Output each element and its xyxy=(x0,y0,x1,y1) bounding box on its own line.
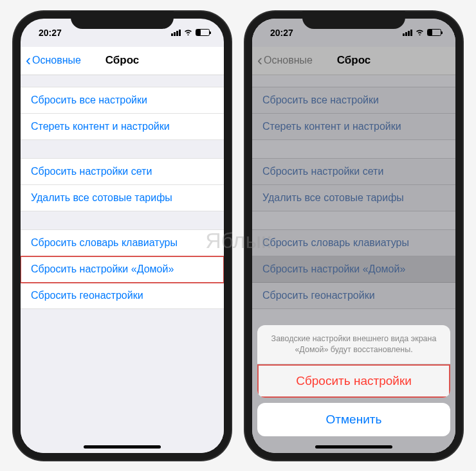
nav-back-label: Основные xyxy=(264,55,313,66)
confirm-reset-button[interactable]: Сбросить настройки xyxy=(257,364,450,398)
action-sheet: Заводские настройки внешнего вида экрана… xyxy=(257,325,450,448)
nav-bar: ‹ Основные Сброс xyxy=(21,47,224,75)
erase-content-settings[interactable]: Стереть контент и настройки xyxy=(21,114,224,140)
nav-title: Сброс xyxy=(105,54,140,67)
delete-cellular-plans: Удалить все сотовые тарифы xyxy=(252,185,455,211)
reset-home-layout[interactable]: Сбросить настройки «Домой» xyxy=(21,256,224,283)
home-indicator xyxy=(84,445,161,449)
phone-right: 20:27 ‹ Основные Сброс Сбросить все наст… xyxy=(244,11,463,461)
action-sheet-message: Заводские настройки внешнего вида экрана… xyxy=(257,325,450,364)
wifi-icon xyxy=(415,28,425,37)
reset-network-settings: Сбросить настройки сети xyxy=(252,158,455,185)
status-time: 20:27 xyxy=(270,28,293,38)
status-time: 20:27 xyxy=(39,28,62,38)
notch xyxy=(71,11,174,29)
notch xyxy=(302,11,405,29)
reset-location-settings[interactable]: Сбросить геонастройки xyxy=(21,283,224,309)
chevron-left-icon: ‹ xyxy=(257,53,262,68)
nav-back-button[interactable]: ‹ Основные xyxy=(26,53,81,68)
signal-icon xyxy=(403,30,412,36)
reset-all-settings: Сбросить все настройки xyxy=(252,87,455,114)
home-indicator xyxy=(315,445,392,449)
cancel-button[interactable]: Отменить xyxy=(257,403,450,436)
chevron-left-icon: ‹ xyxy=(26,53,31,68)
reset-network-settings[interactable]: Сбросить настройки сети xyxy=(21,158,224,185)
nav-back-label: Основные xyxy=(32,55,81,66)
reset-location-settings: Сбросить геонастройки xyxy=(252,283,455,309)
signal-icon xyxy=(171,30,181,36)
nav-title: Сброс xyxy=(337,54,371,67)
reset-keyboard-dictionary: Сбросить словарь клавиатуры xyxy=(252,229,455,256)
nav-back-button: ‹ Основные xyxy=(257,53,313,68)
wifi-icon xyxy=(183,28,193,37)
nav-bar: ‹ Основные Сброс xyxy=(252,47,455,75)
erase-content-settings: Стереть контент и настройки xyxy=(252,114,455,140)
reset-home-layout: Сбросить настройки «Домой» xyxy=(252,256,455,283)
reset-keyboard-dictionary[interactable]: Сбросить словарь клавиатуры xyxy=(21,229,224,256)
reset-all-settings[interactable]: Сбросить все настройки xyxy=(21,87,224,114)
delete-cellular-plans[interactable]: Удалить все сотовые тарифы xyxy=(21,185,224,211)
battery-icon xyxy=(196,29,210,36)
battery-icon xyxy=(427,29,441,36)
phone-left: 20:27 ‹ Основные Сброс Сбросить все наст… xyxy=(13,11,232,461)
